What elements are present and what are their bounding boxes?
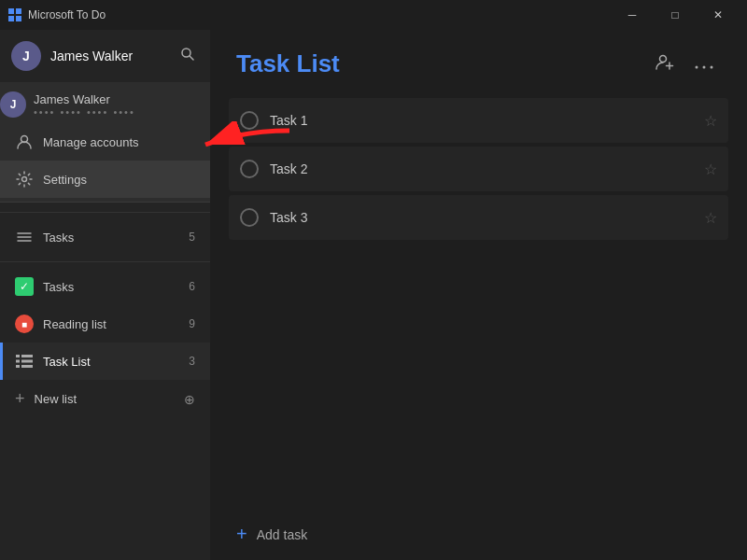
nav-reading-count: 9 <box>189 317 195 330</box>
svg-point-17 <box>696 66 698 69</box>
svg-point-18 <box>703 66 706 69</box>
task-item[interactable]: Task 1 ☆ <box>229 98 728 143</box>
add-task-plus-icon: + <box>236 524 247 545</box>
active-bar <box>0 343 3 380</box>
svg-rect-8 <box>16 355 20 357</box>
manage-accounts-icon <box>15 133 34 151</box>
manage-accounts-item[interactable]: Manage accounts <box>0 123 210 161</box>
user-name: James Walker <box>50 49 133 63</box>
tasks-list-icon: ✓ <box>15 277 34 296</box>
task-circle <box>240 111 259 130</box>
nav-item-tasks-list[interactable]: ✓ Tasks 6 <box>0 268 210 305</box>
title-bar-left: Microsoft To Do <box>7 7 106 22</box>
account-dots: •••• •••• •••• •••• <box>34 106 135 118</box>
nav-tasks-count: 5 <box>189 231 195 244</box>
task-list: Task 1 ☆ Task 2 ☆ Task 3 ☆ <box>210 91 747 509</box>
svg-rect-1 <box>16 8 21 14</box>
nav-divider-2 <box>0 261 210 262</box>
page-title: Task List <box>236 49 340 78</box>
nav-item-reading[interactable]: ■ Reading list 9 <box>0 305 210 343</box>
account-info: James Walker •••• •••• •••• •••• <box>34 92 135 118</box>
account-row[interactable]: J James Walker •••• •••• •••• •••• <box>0 86 210 123</box>
new-list-add-icon: ⊕ <box>184 392 195 407</box>
task-circle <box>240 208 259 227</box>
task-item[interactable]: Task 3 ☆ <box>229 195 728 240</box>
tasks-nav-icon <box>15 228 34 246</box>
main-header: Task List <box>210 30 747 91</box>
nav-reading-label: Reading list <box>43 317 179 331</box>
nav-tasks-label: Tasks <box>43 231 179 245</box>
task-name: Task 3 <box>270 210 693 225</box>
nav-taskslist-count: 6 <box>189 280 195 293</box>
reading-list-icon: ■ <box>15 315 34 333</box>
task-star-icon[interactable]: ☆ <box>704 209 717 227</box>
svg-line-5 <box>190 56 193 60</box>
settings-icon <box>15 170 34 189</box>
task-name: Task 2 <box>270 161 693 176</box>
svg-rect-0 <box>8 8 14 14</box>
new-list-row[interactable]: + New list ⊕ <box>0 380 210 418</box>
dropdown-section: J James Walker •••• •••• •••• •••• Manag… <box>0 82 210 203</box>
svg-point-14 <box>660 56 667 63</box>
add-task-bar[interactable]: + Add task <box>210 509 747 560</box>
sidebar-user[interactable]: J James Walker <box>11 41 133 71</box>
sidebar-nav: Tasks 5 ✓ Tasks 6 ■ Reading list 9 <box>0 203 210 560</box>
task-list-icon <box>15 352 34 371</box>
title-bar: Microsoft To Do ─ □ ✕ <box>0 0 747 30</box>
avatar: J <box>11 41 41 71</box>
manage-accounts-label: Manage accounts <box>43 135 139 149</box>
new-list-plus-icon: + <box>15 389 25 409</box>
task-name: Task 1 <box>270 113 693 128</box>
task-circle <box>240 160 259 178</box>
sidebar-header: J James Walker <box>0 30 210 82</box>
add-person-icon <box>655 52 674 71</box>
title-bar-title: Microsoft To Do <box>28 8 106 21</box>
task-item[interactable]: Task 2 ☆ <box>229 147 728 191</box>
settings-label: Settings <box>43 173 87 187</box>
nav-tasklist-label: Task List <box>43 355 179 369</box>
more-options-icon <box>695 65 713 69</box>
svg-rect-2 <box>8 16 14 21</box>
svg-rect-12 <box>21 360 33 363</box>
svg-point-19 <box>711 66 713 69</box>
new-list-label: New list <box>35 392 175 406</box>
sidebar: J James Walker J James Walker •••• •••• … <box>0 30 210 560</box>
add-task-label: Add task <box>257 527 307 542</box>
account-avatar: J <box>0 91 26 118</box>
close-button[interactable]: ✕ <box>697 0 740 30</box>
task-star-icon[interactable]: ☆ <box>704 112 717 130</box>
account-name: James Walker <box>34 92 135 106</box>
app-container: J James Walker J James Walker •••• •••• … <box>0 30 747 560</box>
app-icon <box>7 7 22 22</box>
nav-taskslist-label: Tasks <box>43 280 179 294</box>
svg-rect-9 <box>16 360 20 363</box>
nav-item-tasks[interactable]: Tasks 5 <box>0 218 210 256</box>
search-icon <box>180 47 195 62</box>
more-options-button[interactable] <box>687 49 721 79</box>
settings-item[interactable]: Settings <box>0 161 210 198</box>
add-person-button[interactable] <box>648 49 682 79</box>
main-actions <box>648 49 721 79</box>
task-star-icon[interactable]: ☆ <box>704 161 717 178</box>
maximize-button[interactable]: □ <box>654 0 697 30</box>
nav-tasklist-count: 3 <box>189 355 195 368</box>
nav-divider-1 <box>0 212 210 213</box>
main-content: Task List <box>210 30 747 560</box>
svg-rect-11 <box>21 355 33 357</box>
svg-rect-13 <box>21 365 33 368</box>
svg-rect-3 <box>16 16 21 21</box>
search-button[interactable] <box>176 43 199 69</box>
nav-item-task-list[interactable]: Task List 3 <box>0 343 210 380</box>
title-bar-controls: ─ □ ✕ <box>611 0 740 30</box>
svg-point-7 <box>22 177 27 182</box>
svg-rect-10 <box>16 365 20 368</box>
minimize-button[interactable]: ─ <box>611 0 654 30</box>
